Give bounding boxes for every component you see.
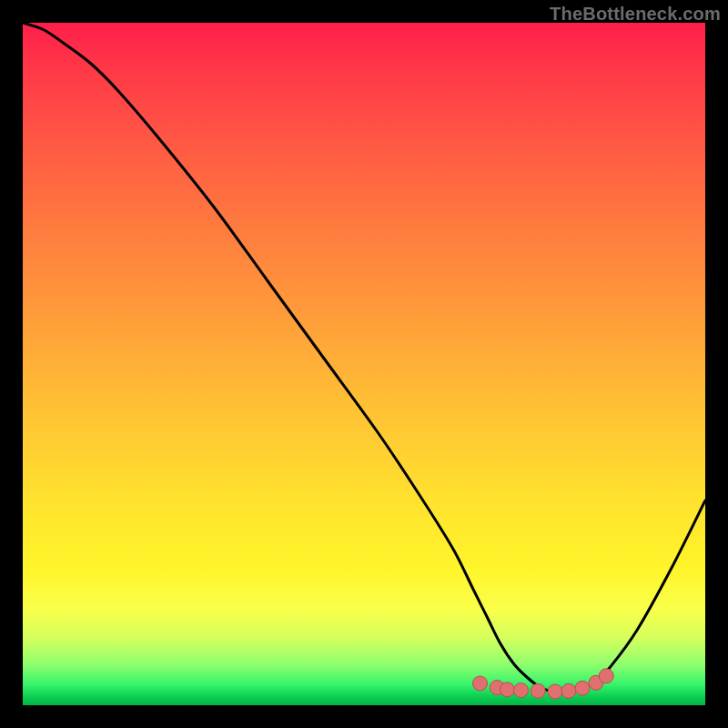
optimal-range-markers [473, 669, 614, 699]
marker-dot [561, 683, 576, 698]
marker-dot [514, 683, 529, 698]
chart-frame: TheBottleneck.com [0, 0, 728, 728]
plot-area [23, 23, 705, 705]
marker-dot [473, 676, 488, 691]
marker-dot [548, 684, 562, 699]
marker-dot [531, 683, 545, 698]
marker-dot [575, 681, 590, 695]
watermark-text: TheBottleneck.com [550, 4, 721, 25]
bottleneck-curve-line [23, 23, 705, 692]
chart-svg [23, 23, 705, 705]
marker-dot [500, 682, 515, 697]
marker-dot [599, 669, 613, 683]
